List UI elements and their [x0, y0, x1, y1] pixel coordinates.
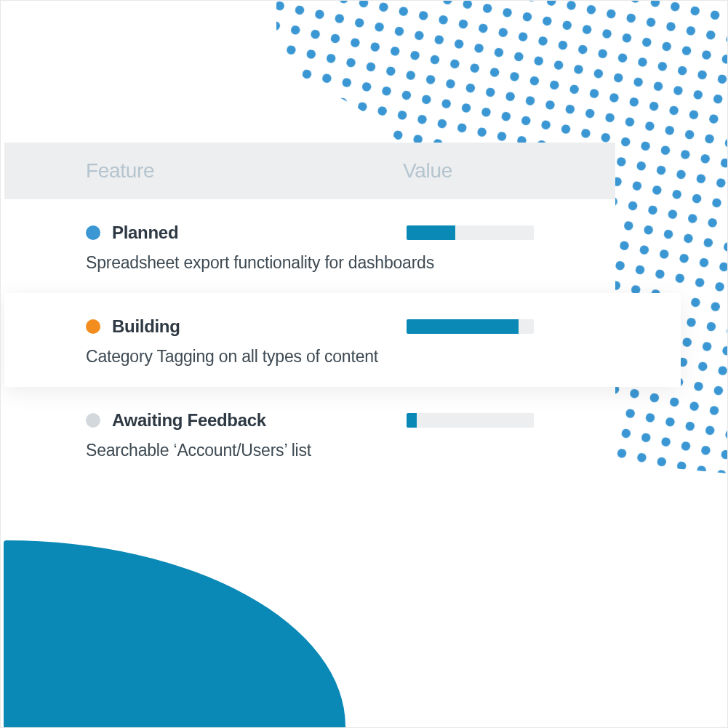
- feature-description: Searchable ‘Account/Users’ list: [86, 441, 534, 460]
- status-dot-icon: [86, 225, 100, 240]
- status-group: Planned: [86, 223, 407, 243]
- column-header-feature: Feature: [86, 159, 403, 183]
- feature-description: Category Tagging on all types of content: [86, 347, 534, 367]
- status-dot-icon: [86, 413, 100, 428]
- status-group: Awaiting Feedback: [86, 410, 407, 431]
- table-row[interactable]: Planned Spreadsheet export functionality…: [4, 199, 615, 293]
- value-bar: [407, 319, 534, 334]
- feature-value-table: Feature Value Planned Spreadsheet export…: [4, 143, 615, 481]
- table-header: Feature Value: [4, 143, 615, 199]
- value-bar: [407, 413, 534, 428]
- value-bar-fill: [407, 319, 519, 334]
- value-bar-fill: [407, 225, 455, 240]
- value-bar: [407, 225, 534, 240]
- decorative-shape: [4, 540, 345, 728]
- status-dot-icon: [86, 319, 100, 334]
- status-group: Building: [86, 316, 407, 337]
- status-label: Building: [112, 316, 180, 337]
- status-label: Awaiting Feedback: [112, 410, 266, 431]
- column-header-value: Value: [403, 159, 534, 183]
- table-row[interactable]: Awaiting Feedback Searchable ‘Account/Us…: [4, 387, 615, 481]
- status-label: Planned: [112, 223, 178, 243]
- value-bar-fill: [407, 413, 417, 428]
- feature-description: Spreadsheet export functionality for das…: [86, 253, 534, 273]
- table-row[interactable]: Building Category Tagging on all types o…: [4, 293, 681, 387]
